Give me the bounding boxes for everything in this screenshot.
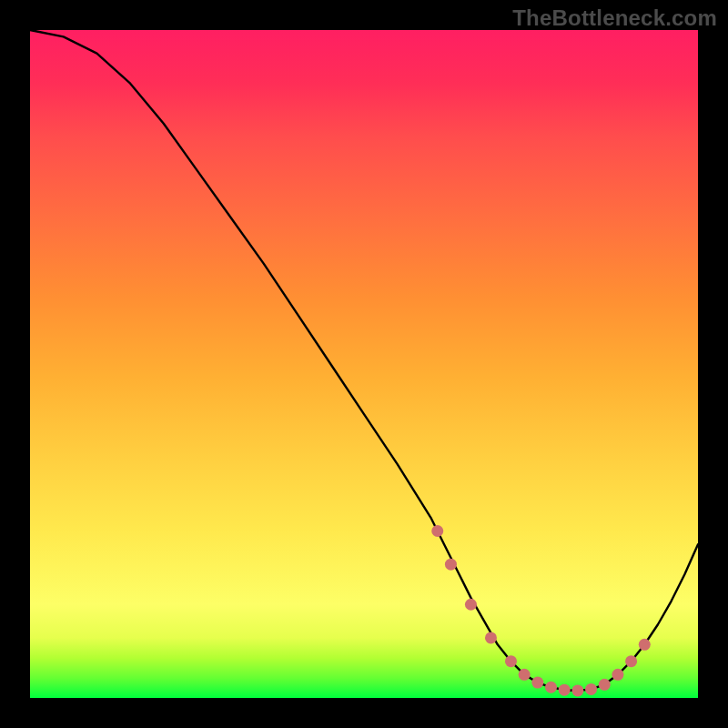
curve-marker: [599, 679, 611, 691]
bottleneck-curve: [30, 30, 698, 698]
curve-marker: [505, 655, 517, 667]
plot-area: [30, 30, 698, 698]
curve-path: [30, 30, 698, 691]
curve-marker: [531, 677, 543, 689]
watermark-text: TheBottleneck.com: [512, 5, 717, 31]
curve-marker: [545, 682, 557, 693]
curve-marker: [445, 559, 457, 571]
curve-marker: [465, 599, 477, 611]
chart-frame: TheBottleneck.com: [0, 0, 728, 728]
curve-marker: [431, 525, 443, 537]
curve-marker: [639, 639, 651, 651]
curve-marker: [612, 669, 623, 681]
curve-marker: [571, 684, 583, 696]
curve-marker: [625, 655, 637, 667]
curve-marker: [585, 683, 597, 695]
curve-marker: [559, 684, 571, 696]
curve-markers: [431, 525, 651, 696]
curve-marker: [519, 669, 531, 681]
curve-marker: [485, 632, 497, 643]
